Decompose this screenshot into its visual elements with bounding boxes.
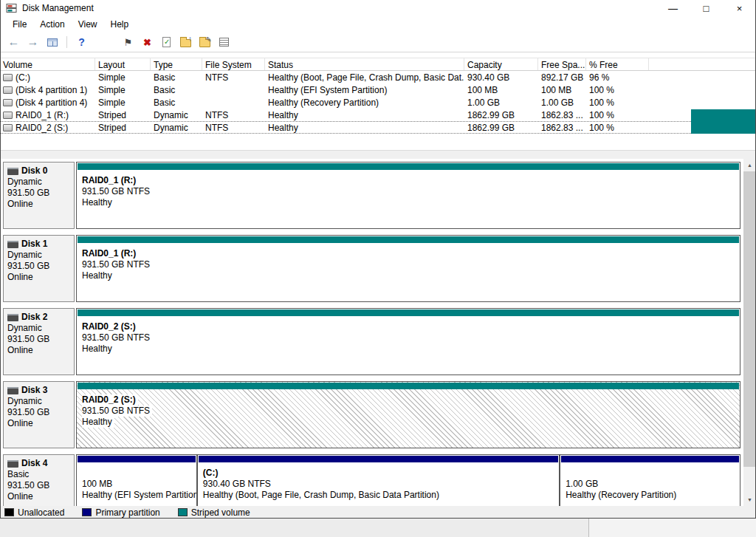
maximize-button-icon[interactable]: □	[690, 0, 723, 16]
scrollbar-thumb[interactable]	[743, 171, 756, 467]
disk-name: Disk 4	[21, 458, 47, 469]
menu-action[interactable]: Action	[33, 17, 71, 32]
open-icon[interactable]: ↑	[178, 35, 193, 50]
status-cell: Healthy (EFI System Partition)	[265, 85, 464, 95]
partition[interactable]: RAID0_1 (R:) 931.50 GB NTFS Healthy	[76, 235, 740, 302]
disk-status: Online	[7, 272, 70, 283]
pct-free-cell: 100 %	[586, 98, 649, 108]
column-header-file-system[interactable]: File System	[202, 58, 265, 70]
menu-help[interactable]: Help	[104, 17, 136, 32]
partition-selected[interactable]: RAID0_2 (S:) 931.50 GB NTFS Healthy	[76, 381, 740, 448]
capacity-cell: 1862.99 GB	[464, 110, 538, 120]
layout-cell: Striped	[95, 110, 151, 120]
disk-icon	[7, 168, 18, 175]
capacity-cell: 100 MB	[464, 85, 538, 95]
capacity-cell: 930.40 GB	[464, 72, 538, 83]
partition-color-strip	[78, 236, 739, 243]
disk-type: Dynamic	[7, 250, 70, 261]
back-icon[interactable]: ←	[6, 35, 21, 50]
free-space-cell: 100 MB	[538, 85, 586, 95]
menu-file[interactable]: File	[6, 17, 33, 32]
partition-color-strip	[78, 456, 196, 462]
disk-type: Dynamic	[7, 323, 70, 334]
table-row[interactable]: (Disk 4 partition 4) Simple Basic Health…	[0, 96, 756, 109]
type-cell: Dynamic	[151, 110, 202, 120]
partition[interactable]: RAID0_2 (S:) 931.50 GB NTFS Healthy	[76, 308, 740, 375]
column-header-type[interactable]: Type	[151, 58, 202, 70]
capacity-cell: 1.00 GB	[464, 98, 538, 108]
type-cell: Basic	[151, 72, 202, 83]
pane-splitter[interactable]	[0, 150, 756, 159]
capacity-cell: 1862.99 GB	[464, 123, 538, 133]
partition-status: Healthy	[82, 343, 737, 355]
help-icon[interactable]: ?	[74, 35, 89, 50]
properties-icon[interactable]	[216, 35, 232, 50]
window-left-edge	[0, 0, 1, 519]
disk-block: Disk 2 Dynamic 931.50 GB Online RAID0_2 …	[3, 308, 740, 375]
free-space-cell: 1862.83 ...	[538, 123, 586, 133]
app-icon[interactable]	[6, 2, 18, 14]
type-cell: Dynamic	[151, 123, 202, 133]
disk-type: Dynamic	[7, 177, 70, 188]
partition-status: Healthy (Recovery Partition)	[566, 490, 737, 501]
status-cell: Healthy (Boot, Page File, Crash Dump, Ba…	[265, 72, 464, 83]
partition-color-strip	[78, 383, 739, 389]
column-header-status[interactable]: Status	[265, 58, 464, 70]
layout-cell: Simple	[95, 98, 151, 108]
delete-volume-icon[interactable]: ✖	[140, 35, 155, 50]
disk-type: Basic	[7, 469, 70, 480]
legend-item-unallocated: Unallocated	[4, 507, 64, 518]
partition-name: RAID0_2 (S:)	[82, 394, 138, 406]
show-console-tree-icon[interactable]	[44, 35, 60, 50]
disk-label[interactable]: Disk 1 Dynamic 931.50 GB Online	[3, 235, 75, 302]
partition-status: Healthy (EFI System Partition)	[82, 490, 193, 501]
layout-cell: Simple	[95, 72, 151, 83]
table-row[interactable]: RAID0_2 (S:) Striped Dynamic NTFS Health…	[0, 121, 756, 134]
disk-size: 931.50 GB	[7, 188, 70, 199]
volume-cell: RAID0_1 (R:)	[0, 110, 95, 120]
scroll-down-icon[interactable]: ▼	[743, 493, 756, 506]
disk-name: Disk 2	[21, 312, 47, 323]
partition-status: Healthy	[82, 270, 737, 281]
column-header-pct-free[interactable]: % Free	[586, 58, 649, 70]
disk-label[interactable]: Disk 2 Dynamic 931.50 GB Online	[3, 308, 75, 375]
teal-region-artifact	[691, 109, 756, 134]
free-space-cell: 1862.83 ...	[538, 110, 586, 120]
partition[interactable]: 100 MB Healthy (EFI System Partition)	[76, 454, 197, 506]
column-header-layout[interactable]: Layout	[95, 58, 151, 70]
table-row[interactable]: (C:) Simple Basic NTFS Healthy (Boot, Pa…	[0, 71, 756, 83]
volume-list-header: Volume Layout Type File System Status Ca…	[0, 58, 756, 71]
legend-item-striped-volume: Striped volume	[178, 507, 250, 518]
partition[interactable]: RAID0_1 (R:) 931.50 GB NTFS Healthy	[76, 162, 740, 229]
column-header-capacity[interactable]: Capacity	[464, 58, 538, 70]
toolbar: ← → ? ⚑ ✖ ✓ ↑ ✎	[0, 33, 756, 52]
disk-label[interactable]: Disk 3 Dynamic 931.50 GB Online	[3, 381, 75, 448]
forward-icon[interactable]: →	[25, 35, 41, 50]
vertical-scrollbar[interactable]: ▲ ▼	[743, 159, 756, 506]
layout-cell: Simple	[95, 85, 151, 95]
disk-size: 931.50 GB	[7, 407, 70, 418]
disk-name: Disk 1	[21, 239, 47, 250]
partition-size: 931.50 GB NTFS	[82, 332, 737, 343]
fs-cell: NTFS	[202, 110, 265, 120]
minimize-button-icon[interactable]: —	[656, 0, 690, 16]
titlebar[interactable]: Disk Management — □ ×	[0, 0, 756, 16]
layout-cell: Striped	[95, 123, 151, 133]
scroll-up-icon[interactable]: ▲	[743, 159, 756, 171]
disk-label[interactable]: Disk 0 Dynamic 931.50 GB Online	[3, 162, 75, 229]
explore-icon[interactable]: ✎	[197, 35, 213, 50]
column-header-free-space[interactable]: Free Spa...	[538, 58, 586, 70]
column-header-volume[interactable]: Volume	[0, 58, 95, 70]
action-pane-icon[interactable]: ⚑	[120, 35, 136, 50]
disk-label[interactable]: Disk 4 Basic 931.50 GB Online	[3, 454, 75, 506]
close-button-icon[interactable]: ×	[723, 0, 756, 16]
menu-view[interactable]: View	[72, 17, 104, 32]
disk-icon	[7, 314, 18, 321]
table-row[interactable]: (Disk 4 partition 1) Simple Basic Health…	[0, 83, 756, 96]
table-row[interactable]: RAID0_1 (R:) Striped Dynamic NTFS Health…	[0, 109, 756, 121]
partition[interactable]: 1.00 GB Healthy (Recovery Partition)	[560, 454, 740, 506]
check-disk-icon[interactable]: ✓	[159, 35, 174, 50]
partition[interactable]: (C:) 930.40 GB NTFS Healthy (Boot, Page …	[197, 454, 560, 506]
disk-size: 931.50 GB	[7, 480, 70, 491]
partition-name: RAID0_2 (S:)	[82, 321, 737, 332]
